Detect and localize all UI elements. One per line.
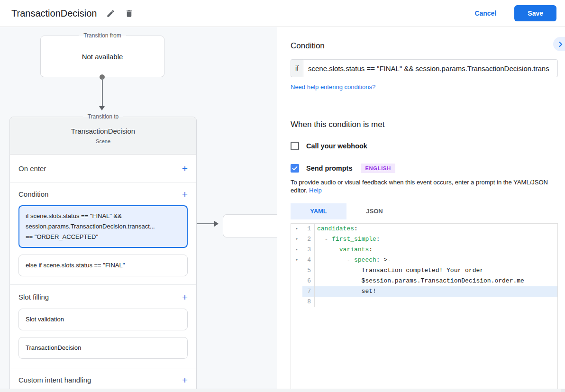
- scene-name: TransactionDecision: [10, 127, 196, 135]
- code-text[interactable]: [315, 297, 557, 307]
- fold-spacer: [291, 286, 302, 297]
- yaml-editor[interactable]: ▾1candidates:▾2 - first_simple:▾3 varian…: [291, 223, 558, 390]
- slot-validation-card[interactable]: Slot validation: [18, 309, 188, 330]
- horizontal-scrollbar[interactable]: [0, 389, 565, 392]
- prompt-help-link[interactable]: Help: [309, 187, 322, 194]
- line-number: 2: [302, 234, 315, 245]
- top-bar: TransactionDecision Cancel Save: [0, 0, 565, 27]
- chevron-right-icon: [558, 41, 563, 47]
- code-text[interactable]: - speech: >-: [315, 255, 557, 265]
- code-text[interactable]: $session.params.TransactionDecision.orde…: [315, 276, 557, 286]
- delete-scene-button[interactable]: [125, 9, 134, 18]
- fold-toggle-icon[interactable]: ▾: [291, 224, 302, 234]
- if-label: if: [291, 59, 303, 77]
- arrow-down-icon: [99, 106, 105, 110]
- slot-filling-label: Slot filling: [18, 293, 49, 301]
- panel-divider: [277, 105, 565, 105]
- editor-line[interactable]: ▾3 variants:: [291, 245, 557, 255]
- tab-json[interactable]: JSON: [346, 203, 402, 219]
- prompts-label: Send prompts: [306, 164, 352, 172]
- editor-lines: ▾1candidates:▾2 - first_simple:▾3 varian…: [291, 224, 557, 307]
- transition-from-text: Not available: [82, 53, 123, 61]
- fold-toggle-icon[interactable]: ▾: [291, 245, 302, 255]
- condition-help-link[interactable]: Need help entering conditions?: [291, 83, 375, 91]
- line-number: 4: [302, 255, 315, 265]
- check-icon: [292, 166, 298, 171]
- condition-panel-heading: Condition: [291, 41, 558, 51]
- on-enter-label: On enter: [18, 164, 46, 173]
- fold-spacer: [291, 276, 302, 286]
- line-number: 5: [302, 265, 315, 276]
- prompt-description: To provide audio or visual feedback when…: [291, 178, 556, 194]
- webhook-label: Call your webhook: [306, 142, 367, 150]
- fold-toggle-icon[interactable]: ▾: [291, 234, 302, 245]
- cancel-button[interactable]: Cancel: [474, 9, 496, 17]
- condition-section-label: Condition: [18, 190, 48, 198]
- editor-line[interactable]: 7 set!: [291, 286, 557, 297]
- add-on-enter-button[interactable]: +: [182, 164, 188, 173]
- editor-line[interactable]: ▾1candidates:: [291, 224, 557, 234]
- line-number: 8: [302, 297, 315, 307]
- language-badge: ENGLISH: [361, 164, 395, 173]
- editor-line[interactable]: ▾4 - speech: >-: [291, 255, 557, 265]
- add-custom-intent-button[interactable]: +: [182, 375, 188, 385]
- collapse-panel-button[interactable]: [553, 37, 565, 51]
- editor-line[interactable]: 8: [291, 297, 557, 307]
- line-number: 1: [302, 224, 315, 234]
- code-text[interactable]: Transaction completed! Your order: [315, 265, 557, 276]
- webhook-row: Call your webhook: [291, 142, 558, 150]
- condition-card-selected[interactable]: if scene.slots.status == "FINAL" && sess…: [18, 205, 188, 248]
- tab-yaml[interactable]: YAML: [291, 203, 346, 219]
- condition-expression-input[interactable]: [303, 59, 558, 77]
- scene-flow-canvas: Transition from Not available Transition…: [0, 27, 277, 392]
- scrollbar-corner: [561, 389, 565, 392]
- code-text[interactable]: candidates:: [315, 224, 557, 234]
- editor-line[interactable]: ▾2 - first_simple:: [291, 234, 557, 245]
- custom-intent-label: Custom intent handling: [18, 376, 91, 384]
- transition-from-node: Transition from Not available: [40, 36, 164, 77]
- trash-icon: [125, 9, 134, 18]
- page-title: TransactionDecision: [11, 8, 97, 19]
- transition-target-node[interactable]: [223, 214, 285, 237]
- transition-from-legend: Transition from: [41, 32, 164, 39]
- connector-line: [102, 78, 103, 107]
- editor-tabs: YAMLJSON: [291, 203, 558, 219]
- on-enter-section: On enter +: [10, 155, 196, 182]
- scene-type-label: Scene: [10, 138, 196, 144]
- add-condition-button[interactable]: +: [182, 189, 188, 199]
- fold-spacer: [291, 265, 302, 276]
- fold-toggle-icon[interactable]: ▾: [291, 255, 302, 265]
- prompt-description-text: To provide audio or visual feedback when…: [291, 179, 548, 194]
- add-slot-button[interactable]: +: [182, 292, 188, 302]
- pencil-icon: [106, 9, 115, 18]
- line-number: 6: [302, 276, 315, 286]
- webhook-checkbox[interactable]: [291, 142, 299, 150]
- condition-section: Condition +: [10, 182, 196, 205]
- scene-card-header[interactable]: TransactionDecision Scene: [10, 117, 196, 155]
- editor-line[interactable]: 6 $session.params.TransactionDecision.or…: [291, 276, 557, 286]
- prompts-checkbox[interactable]: [291, 164, 299, 173]
- transition-to-legend: Transition to: [10, 113, 196, 120]
- send-prompts-row: Send prompts ENGLISH: [291, 164, 558, 173]
- line-number: 3: [302, 245, 315, 255]
- condition-detail-panel: Condition if Need help entering conditio…: [277, 27, 565, 392]
- slot-filling-section: Slot filling +: [10, 285, 196, 309]
- transition-to-node: Transition to TransactionDecision Scene …: [9, 117, 197, 392]
- line-number: 7: [302, 286, 315, 297]
- slot-transactiondecision-card[interactable]: TransactionDecision: [18, 337, 188, 359]
- save-button[interactable]: Save: [514, 5, 556, 21]
- fold-spacer: [291, 297, 302, 307]
- code-text[interactable]: variants:: [315, 245, 557, 255]
- code-text[interactable]: set!: [315, 286, 557, 297]
- when-met-heading: When this condition is met: [291, 120, 558, 129]
- condition-input-group: if: [291, 59, 558, 77]
- condition-card-else[interactable]: else if scene.slots.status == "FINAL": [18, 255, 188, 276]
- arrow-right-icon: [214, 221, 219, 227]
- code-text[interactable]: - first_simple:: [315, 234, 557, 245]
- edit-scene-button[interactable]: [106, 9, 115, 18]
- editor-line[interactable]: 5 Transaction completed! Your order: [291, 265, 557, 276]
- custom-intent-section: Custom intent handling +: [10, 368, 196, 391]
